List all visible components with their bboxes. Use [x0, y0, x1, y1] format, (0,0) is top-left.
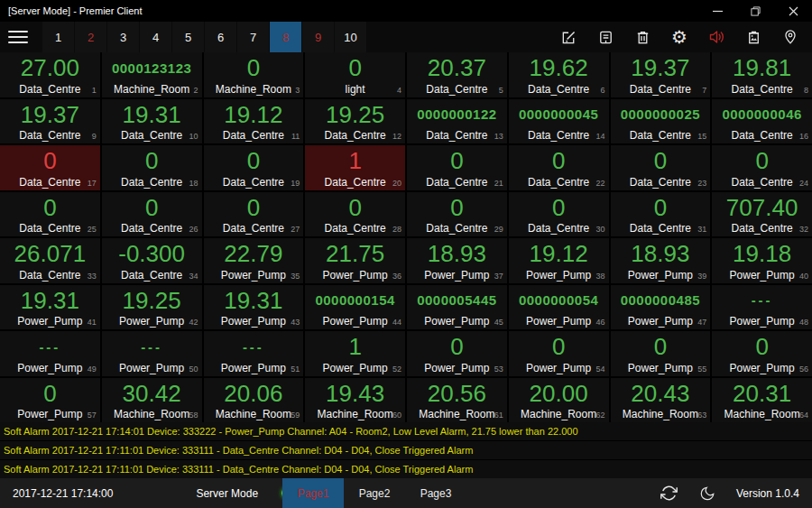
edit-button[interactable]: [559, 27, 577, 47]
sensor-cell[interactable]: 0 Data_Centre 24: [712, 145, 812, 190]
sensor-cell[interactable]: 26.071 Data_Centre 33: [0, 238, 100, 283]
sensor-cell[interactable]: 19.31 Data_Centre 10: [102, 99, 202, 144]
close-button[interactable]: [774, 0, 812, 22]
sensor-cell[interactable]: 0 Power_Pump 54: [509, 331, 609, 376]
sensor-cell[interactable]: 1 Data_Centre 20: [305, 145, 405, 190]
sensor-cell[interactable]: 19.12 Power_Pump 38: [509, 238, 609, 283]
sensor-cell[interactable]: 0 Data_Centre 29: [407, 192, 507, 237]
sensor-cell[interactable]: --- Power_Pump 48: [712, 285, 812, 330]
sensor-cell[interactable]: 0 Power_Pump 55: [611, 331, 711, 376]
sync-button[interactable]: [660, 484, 678, 503]
sensor-cell[interactable]: 0 Data_Centre 22: [509, 145, 609, 190]
menu-button[interactable]: [8, 31, 28, 43]
sensor-cell[interactable]: 0 Power_Pump 53: [407, 331, 507, 376]
sensor-cell[interactable]: 19.81 Data_Centre 8: [712, 52, 812, 97]
sensor-cell[interactable]: 19.12 Data_Centre 11: [204, 99, 304, 144]
location-button[interactable]: [781, 27, 799, 47]
sensor-cell[interactable]: 0 Power_Pump 56: [712, 331, 812, 376]
sensor-cell[interactable]: 0000000025 Data_Centre 15: [611, 99, 711, 144]
sensor-cell[interactable]: 0 Power_Pump 57: [0, 378, 100, 423]
sensor-cell[interactable]: 0000000045 Data_Centre 14: [509, 99, 609, 144]
sensor-cell[interactable]: 19.25 Power_Pump 42: [102, 285, 202, 330]
clear-images-button[interactable]: [744, 27, 762, 47]
sensor-cell[interactable]: --- Power_Pump 49: [0, 331, 100, 376]
sensor-cell[interactable]: 0 Machine_Room 3: [204, 52, 304, 97]
sensor-cell[interactable]: 0 Data_Centre 30: [509, 192, 609, 237]
tab-3[interactable]: 3: [107, 22, 140, 52]
night-mode-button[interactable]: [698, 484, 716, 503]
sensor-cell[interactable]: 0 Data_Centre 18: [102, 145, 202, 190]
sensor-cell[interactable]: 20.06 Machine_Room 59: [204, 378, 304, 423]
sensor-cell[interactable]: 19.37 Data_Centre 9: [0, 99, 100, 144]
alarm-message[interactable]: Soft Alarm 2017-12-21 17:14:01 Device: 3…: [0, 422, 812, 440]
sensor-cell[interactable]: 0000005445 Power_Pump 45: [407, 285, 507, 330]
sensor-cell[interactable]: 1 Power_Pump 52: [305, 331, 405, 376]
sensor-cell[interactable]: --- Power_Pump 51: [204, 331, 304, 376]
sensor-cell[interactable]: 19.25 Data_Centre 12: [305, 99, 405, 144]
sensor-cell[interactable]: 0 Data_Centre 31: [611, 192, 711, 237]
sensor-cell[interactable]: 22.79 Power_Pump 35: [204, 238, 304, 283]
sensor-cell[interactable]: 21.75 Power_Pump 36: [305, 238, 405, 283]
sensor-cell[interactable]: 18.93 Power_Pump 39: [611, 238, 711, 283]
tab-9[interactable]: 9: [302, 22, 335, 52]
restore-button[interactable]: [736, 0, 774, 22]
sensor-cell[interactable]: 30.42 Machine_Room 58: [102, 378, 202, 423]
sensor-cell[interactable]: 0 Data_Centre 27: [204, 192, 304, 237]
sensor-cell[interactable]: 19.31 Power_Pump 43: [204, 285, 304, 330]
sensor-cell[interactable]: 0 Data_Centre 23: [611, 145, 711, 190]
sensor-index: 41: [88, 318, 97, 327]
sensor-cell[interactable]: 0 Data_Centre 26: [102, 192, 202, 237]
sensor-cell[interactable]: 19.43 Machine_Room 60: [305, 378, 405, 423]
sensor-cell[interactable]: 20.31 Machine_Room 64: [712, 378, 812, 423]
sensor-index: 16: [799, 132, 808, 141]
sensor-cell[interactable]: 20.43 Machine_Room 63: [611, 378, 711, 423]
sensor-cell[interactable]: 20.37 Data_Centre 5: [407, 52, 507, 97]
sensor-value: 707.40: [712, 192, 812, 221]
sensor-cell[interactable]: -0.300 Data_Centre 34: [102, 238, 202, 283]
sensor-label: Power_Pump: [17, 408, 82, 420]
sensor-cell[interactable]: 0 Data_Centre 28: [305, 192, 405, 237]
page-tab-page3[interactable]: Page3: [405, 478, 466, 508]
tab-8[interactable]: 8: [270, 22, 302, 52]
sensor-index: 55: [697, 365, 706, 374]
sensor-cell[interactable]: 0 Data_Centre 17: [0, 145, 100, 190]
alarm-message[interactable]: Soft Alarm 2017-12-21 17:11:01 Device: 3…: [0, 460, 812, 478]
sensor-cell[interactable]: 0 light 4: [305, 52, 405, 97]
sensor-cell[interactable]: 0000000054 Power_Pump 46: [509, 285, 609, 330]
sensor-cell[interactable]: 19.37 Data_Centre 7: [611, 52, 711, 97]
save-button[interactable]: [596, 27, 614, 47]
tab-5[interactable]: 5: [172, 22, 205, 52]
sensor-cell[interactable]: 0 Data_Centre 25: [0, 192, 100, 237]
sensor-cell[interactable]: 707.40 Data_Centre 32: [712, 192, 812, 237]
settings-button[interactable]: ⚙: [670, 27, 688, 47]
tab-6[interactable]: 6: [205, 22, 237, 52]
sensor-cell[interactable]: 0 Data_Centre 21: [407, 145, 507, 190]
tab-7[interactable]: 7: [237, 22, 270, 52]
tab-1[interactable]: 1: [42, 22, 75, 52]
audio-mute-button[interactable]: [707, 27, 725, 47]
sensor-cell[interactable]: 18.93 Power_Pump 37: [407, 238, 507, 283]
sensor-cell[interactable]: 20.00 Machine_Room 62: [509, 378, 609, 423]
sensor-cell[interactable]: 0000000122 Data_Centre 13: [407, 99, 507, 144]
sensor-cell[interactable]: 0000000046 Data_Centre 16: [712, 99, 812, 144]
tab-10[interactable]: 10: [335, 22, 367, 52]
sensor-cell[interactable]: 27.00 Data_Centre 1: [0, 52, 100, 97]
sensor-cell[interactable]: 0000123123 Machine_Room 2: [102, 52, 202, 97]
sensor-cell[interactable]: 20.56 Machine_Room 61: [407, 378, 507, 423]
tab-2[interactable]: 2: [75, 22, 107, 52]
page-tab-page1[interactable]: Page1: [282, 478, 344, 508]
sensor-index: 22: [595, 179, 604, 188]
sensor-cell[interactable]: 19.18 Power_Pump 40: [712, 238, 812, 283]
sensor-cell[interactable]: 0 Data_Centre 19: [204, 145, 304, 190]
page-tab-page2[interactable]: Page2: [344, 478, 405, 508]
sensor-cell[interactable]: --- Power_Pump 50: [102, 331, 202, 376]
sensor-cell[interactable]: 19.62 Data_Centre 6: [509, 52, 609, 97]
sensor-label: Data_Centre: [732, 129, 793, 142]
sensor-cell[interactable]: 0000000154 Power_Pump 44: [305, 285, 405, 330]
delete-button[interactable]: [633, 27, 651, 47]
sensor-cell[interactable]: 0000000485 Power_Pump 47: [611, 285, 711, 330]
tab-4[interactable]: 4: [140, 22, 172, 52]
minimize-button[interactable]: [698, 0, 736, 22]
sensor-cell[interactable]: 19.31 Power_Pump 41: [0, 285, 100, 330]
alarm-message[interactable]: Soft Alarm 2017-12-21 17:11:01 Device: 3…: [0, 441, 812, 459]
